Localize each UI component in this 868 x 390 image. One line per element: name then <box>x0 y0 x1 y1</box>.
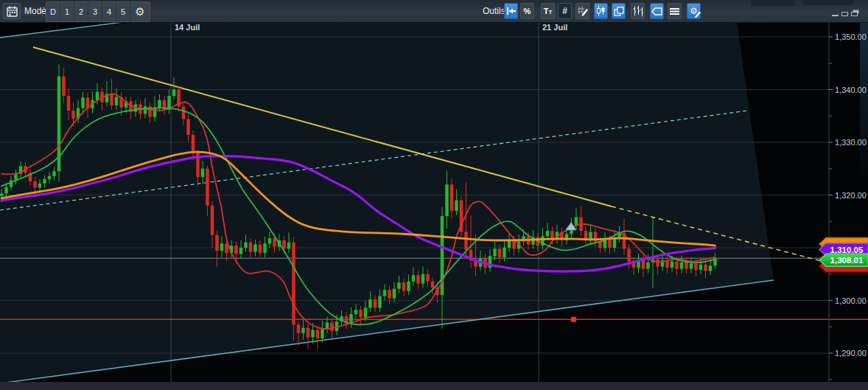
candle-body <box>297 324 301 332</box>
tag-tool-tag-icon[interactable] <box>650 3 664 19</box>
candle-body <box>263 243 267 253</box>
restore-icon[interactable] <box>851 12 858 16</box>
draw-settings-tool-gear-pencil-icon[interactable]: ⚙ <box>687 3 701 19</box>
candle-body <box>388 290 391 298</box>
scroll-strip <box>860 22 868 184</box>
model-button-3[interactable]: 3 <box>88 2 102 21</box>
triangle-pattern-fill <box>0 22 774 383</box>
candle-body <box>330 323 334 331</box>
date-label: 21 Juil <box>542 23 567 32</box>
candle-body <box>48 176 52 179</box>
candle-body <box>608 240 612 248</box>
candle-body <box>445 184 449 216</box>
candle-body <box>397 282 401 289</box>
candle-body <box>220 243 224 251</box>
candle-body <box>43 179 46 184</box>
candle-body <box>0 193 3 196</box>
candle-body <box>321 329 324 338</box>
candle-body <box>450 184 454 211</box>
candle-body <box>239 248 243 254</box>
price-chart-canvas[interactable]: 1,350.001,340.001,330.001,320.001,300.00… <box>0 0 868 390</box>
purple-ma-tag-label: 1,310.05 <box>830 246 864 254</box>
candle-body <box>33 181 37 188</box>
candle-body <box>67 96 71 111</box>
background-panel-tab <box>750 0 796 7</box>
candle-body <box>273 238 276 246</box>
candle-body <box>402 282 406 290</box>
candle-body <box>316 330 320 338</box>
candle-body <box>287 243 291 249</box>
candle-body <box>292 243 295 325</box>
candle-body <box>206 169 209 206</box>
bars-tool-bars-icon[interactable] <box>631 3 645 19</box>
windows-tool-windows-icon[interactable] <box>612 3 626 19</box>
candle-body <box>182 106 186 119</box>
candle-body <box>158 100 161 108</box>
red-line-handle[interactable] <box>571 317 576 322</box>
axis-label: 1,330.00 <box>835 138 867 147</box>
candle-body <box>407 282 410 291</box>
model-button-1[interactable]: 1 <box>60 2 74 21</box>
candle-body <box>234 246 238 254</box>
model-buttons-group: D12345⚙ <box>46 1 150 22</box>
candle-body <box>268 238 272 243</box>
candle-body <box>62 77 66 96</box>
candle-body <box>704 265 707 271</box>
candle-body <box>115 97 119 105</box>
trading-app-window: Modèles D12345⚙ Outils %TT#⚙ 1,350.001,3… <box>0 0 868 390</box>
candle-body <box>426 274 430 282</box>
candle-body <box>416 275 420 283</box>
candle-body <box>508 240 511 248</box>
date-label: 14 Juil <box>175 23 200 32</box>
candle-body <box>493 248 497 256</box>
candlestick-tool-candlestick-icon[interactable] <box>594 3 608 19</box>
candle-body <box>374 299 377 307</box>
model-button-5[interactable]: 5 <box>116 2 130 21</box>
lines-tool-lines-icon[interactable] <box>668 3 682 19</box>
candle-body <box>38 184 42 188</box>
last-price-tag-label: 1,308.01 <box>830 256 864 265</box>
maximize-icon[interactable] <box>841 12 848 16</box>
text-tool-text-icon[interactable]: TT <box>541 3 555 19</box>
draw-grid-tool-grid-pencil-icon[interactable] <box>575 3 589 19</box>
candle-body <box>383 290 387 296</box>
candle-body <box>498 248 502 257</box>
candle-body <box>503 248 506 257</box>
candle-body <box>259 245 262 253</box>
candle-body <box>301 328 305 333</box>
candle-body <box>656 260 659 267</box>
candle-body <box>642 260 645 268</box>
axis-label: 1,350.00 <box>835 32 867 41</box>
candle-body <box>546 231 550 236</box>
candle-body <box>671 262 674 268</box>
candle-body <box>359 310 363 317</box>
candle-body <box>201 169 205 177</box>
candle-body <box>307 328 310 338</box>
candle-body <box>589 232 592 240</box>
model-button-D[interactable]: D <box>46 2 60 21</box>
minimize-icon[interactable] <box>832 12 839 16</box>
candle-body <box>192 135 195 153</box>
calendar-icon[interactable] <box>3 3 21 19</box>
candle-body <box>71 111 75 119</box>
candle-body <box>4 187 8 194</box>
candle-body <box>110 94 113 105</box>
candle-body <box>421 274 425 284</box>
model-button-2[interactable]: 2 <box>74 2 88 21</box>
candle-body <box>685 262 688 269</box>
collapse-left-tool-arrow-to-left-icon[interactable] <box>504 3 518 19</box>
candle-body <box>694 263 698 270</box>
model-button-4[interactable]: 4 <box>102 2 116 21</box>
candle-body <box>52 171 56 175</box>
candle-body <box>431 282 435 288</box>
grid-tool-grid-icon[interactable]: # <box>558 3 572 19</box>
gear-icon[interactable]: ⚙ <box>130 2 150 21</box>
bottom-window-edge <box>0 382 868 390</box>
tools-label: Outils <box>483 6 505 16</box>
candle-body <box>186 119 190 135</box>
percent-tool-percent-icon[interactable]: % <box>520 3 534 19</box>
candle-body <box>464 232 468 250</box>
candle-body <box>646 262 650 269</box>
candle-body <box>393 289 396 299</box>
candle-body <box>455 201 458 211</box>
